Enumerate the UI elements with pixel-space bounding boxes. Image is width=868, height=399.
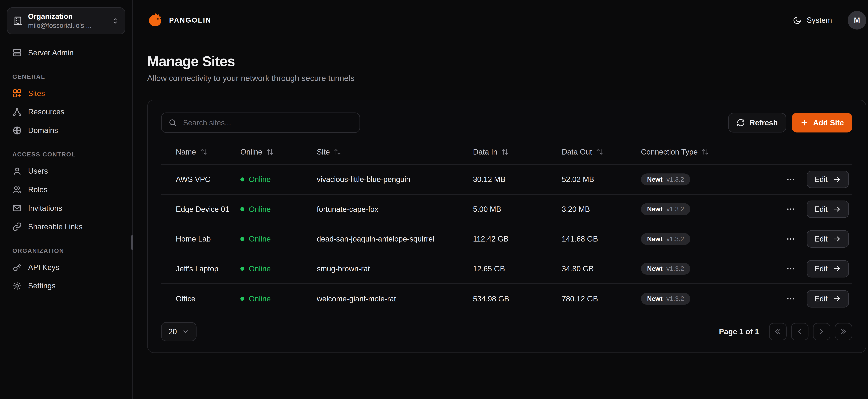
sidebar-item-resources[interactable]: Resources [7, 103, 125, 121]
connection-name: Newt [647, 176, 663, 183]
org-selector[interactable]: Organization milo@fossorial.io's ... [7, 7, 125, 34]
add-site-label: Add Site [813, 118, 844, 127]
table-row: Edge Device 01 Online fortunate-cape-fox… [161, 195, 852, 224]
pagination-first-button[interactable] [769, 323, 786, 340]
sidebar-item-label: Shareable Links [28, 222, 83, 231]
sidebar-item-label: Resources [28, 108, 64, 116]
org-selector-text: Organization milo@fossorial.io's ... [28, 12, 92, 30]
site-status-cell: Online [241, 295, 317, 303]
row-menu-button[interactable] [784, 232, 798, 246]
site-id-cell: vivacious-little-blue-penguin [317, 175, 473, 184]
moon-icon [793, 16, 802, 25]
sidebar-item-sites[interactable]: Sites [7, 84, 125, 103]
users-icon [12, 185, 22, 194]
online-status-label: Online [249, 175, 271, 184]
plus-icon [800, 118, 809, 127]
column-header-site[interactable]: Site [317, 140, 473, 164]
chevrons-right-icon [840, 328, 847, 335]
sidebar-section-access-control: ACCESS CONTROL [12, 151, 120, 158]
link-icon [12, 222, 22, 232]
sites-table: Name Online Site Data In [161, 140, 852, 314]
refresh-button[interactable]: Refresh [728, 113, 786, 132]
site-name-cell: Office [161, 295, 240, 303]
sidebar-section-general: GENERAL [12, 73, 120, 80]
sidebar-item-label: Roles [28, 185, 48, 194]
server-icon [12, 48, 22, 58]
data-in-cell: 5.00 MB [473, 205, 562, 214]
sites-toolbar: Refresh Add Site [161, 113, 852, 133]
site-id-cell: smug-brown-rat [317, 265, 473, 273]
row-menu-button[interactable] [784, 202, 798, 216]
site-status-cell: Online [241, 265, 317, 273]
column-header-online[interactable]: Online [241, 140, 317, 164]
theme-label: System [807, 16, 832, 25]
column-header-data-in[interactable]: Data In [473, 140, 562, 164]
edit-label: Edit [814, 235, 828, 243]
sidebar-scrollbar[interactable] [131, 235, 133, 250]
row-actions-cell: Edit [746, 230, 852, 248]
page-size-select[interactable]: 20 [161, 322, 196, 341]
column-header-data-out[interactable]: Data Out [562, 140, 641, 164]
add-site-button[interactable]: Add Site [792, 113, 852, 132]
page-info: Page 1 of 1 [719, 327, 759, 336]
data-in-cell: 30.12 MB [473, 175, 562, 184]
sidebar-item-api-keys[interactable]: API Keys [7, 258, 125, 277]
data-in-cell: 112.42 GB [473, 235, 562, 243]
sidebar-nav: Server Admin GENERAL Sites Resources Dom… [7, 43, 125, 295]
sidebar-item-settings[interactable]: Settings [7, 277, 125, 295]
page-subtitle: Allow connectivity to your network throu… [147, 73, 866, 83]
sidebar-section-organization: ORGANIZATION [12, 247, 120, 254]
connection-name: Newt [647, 265, 663, 272]
page-head: Manage Sites Allow connectivity to your … [133, 40, 868, 83]
arrow-right-icon [833, 205, 841, 213]
sidebar-item-domains[interactable]: Domains [7, 121, 125, 140]
sidebar-item-server-admin[interactable]: Server Admin [7, 43, 125, 62]
refresh-icon [737, 118, 745, 127]
table-header-row: Name Online Site Data In [161, 140, 852, 165]
sidebar-item-roles[interactable]: Roles [7, 180, 125, 199]
sidebar-item-label: Settings [28, 281, 56, 290]
edit-button[interactable]: Edit [807, 230, 849, 248]
online-status-label: Online [249, 235, 271, 243]
sidebar-item-shareable-links[interactable]: Shareable Links [7, 217, 125, 236]
row-actions-cell: Edit [746, 171, 852, 188]
edit-button[interactable]: Edit [807, 260, 849, 277]
pagination-next-button[interactable] [813, 323, 830, 340]
theme-toggle[interactable]: System [789, 15, 835, 25]
edit-label: Edit [814, 205, 828, 214]
connection-name: Newt [647, 295, 663, 303]
column-header-name[interactable]: Name [161, 140, 240, 164]
online-status-label: Online [249, 295, 271, 303]
row-actions-cell: Edit [746, 201, 852, 218]
connection-version: v1.3.2 [666, 295, 684, 303]
ellipsis-icon [786, 264, 796, 273]
sidebar-item-invitations[interactable]: Invitations [7, 199, 125, 217]
edit-button[interactable]: Edit [807, 290, 849, 307]
sort-icon [501, 148, 509, 156]
row-menu-button[interactable] [784, 292, 798, 306]
sort-icon [702, 148, 709, 156]
search-input[interactable] [182, 118, 353, 127]
data-out-cell: 780.12 GB [562, 295, 641, 303]
data-out-cell: 34.80 GB [562, 265, 641, 273]
table-body: AWS VPC Online vivacious-little-blue-pen… [161, 165, 852, 314]
column-header-connection-type[interactable]: Connection Type [641, 140, 746, 164]
topbar-right: System M [789, 11, 866, 30]
pagination-prev-button[interactable] [791, 323, 808, 340]
pagination-last-button[interactable] [835, 323, 852, 340]
row-menu-button[interactable] [784, 173, 798, 186]
avatar[interactable]: M [848, 11, 866, 30]
edit-label: Edit [814, 265, 828, 273]
pager: Page 1 of 1 [719, 323, 852, 340]
ellipsis-icon [786, 294, 796, 304]
edit-button[interactable]: Edit [807, 171, 849, 188]
sidebar-item-label: Invitations [28, 204, 62, 213]
ellipsis-icon [786, 175, 796, 184]
sidebar-item-users[interactable]: Users [7, 162, 125, 180]
site-status-cell: Online [241, 205, 317, 214]
row-menu-button[interactable] [784, 262, 798, 276]
connection-type-cell: Newt v1.3.2 [641, 233, 746, 245]
org-selector-subtitle: milo@fossorial.io's ... [28, 21, 92, 30]
connection-version: v1.3.2 [666, 265, 684, 272]
edit-button[interactable]: Edit [807, 201, 849, 218]
